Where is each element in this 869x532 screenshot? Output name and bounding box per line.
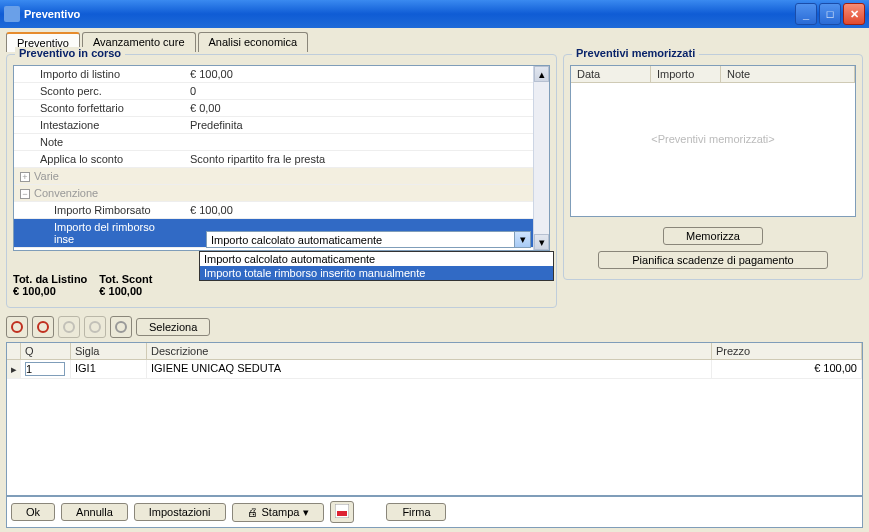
tot-scont-value: € 100,00: [99, 285, 152, 297]
row-pointer-icon: ▸: [7, 360, 21, 378]
col-q[interactable]: Q: [21, 343, 71, 359]
col-sigla[interactable]: Sigla: [71, 343, 147, 359]
row-rimborsato-label: Importo Rimborsato: [14, 202, 184, 218]
target-grey-2-button[interactable]: [84, 316, 106, 338]
quote-group-title: Preventivo in corso: [15, 47, 125, 59]
annulla-button[interactable]: Annulla: [61, 503, 128, 521]
collapse-conv-icon[interactable]: −: [20, 189, 30, 199]
chevron-down-icon: ▾: [303, 506, 309, 519]
pdf-button[interactable]: [330, 501, 354, 523]
row-selector-header: [7, 343, 21, 359]
rimborso-dropdown[interactable]: Importo calcolato automaticamente Import…: [199, 251, 554, 281]
property-list: Importo di listino€ 100,00 Sconto perc.0…: [13, 65, 550, 251]
saved-col-note[interactable]: Note: [721, 66, 855, 82]
row-intest-label: Intestazione: [14, 117, 184, 133]
app-icon: [4, 6, 20, 22]
pianifica-button[interactable]: Pianifica scadenze di pagamento: [598, 251, 828, 269]
pdf-icon: [335, 504, 349, 518]
table-row[interactable]: ▸ IGI1 IGIENE UNICAQ SEDUTA € 100,00: [7, 360, 862, 379]
col-prezzo[interactable]: Prezzo: [712, 343, 862, 359]
row-note-label: Note: [14, 134, 184, 150]
memorizza-button[interactable]: Memorizza: [663, 227, 763, 245]
footer-bar: Ok Annulla Impostazioni 🖨 Stampa ▾ Firma: [6, 496, 863, 528]
printer-icon: 🖨: [247, 506, 258, 518]
expand-varie-icon[interactable]: +: [20, 172, 30, 182]
scroll-down-icon[interactable]: ▾: [534, 234, 549, 250]
rimborso-combo[interactable]: Importo calcolato automaticamente ▾: [206, 231, 531, 248]
row-applica-value[interactable]: Sconto ripartito fra le presta: [184, 151, 549, 167]
q-input[interactable]: [25, 362, 65, 376]
row-rimborsoins-label: Importo del rimborso inse: [14, 219, 184, 247]
impostazioni-button[interactable]: Impostazioni: [134, 503, 226, 521]
row-listino-value[interactable]: € 100,00: [184, 66, 549, 82]
quote-in-progress-group: Preventivo in corso Importo di listino€ …: [6, 54, 557, 308]
saved-placeholder: <Preventivi memorizzati>: [571, 83, 855, 145]
row-toolbar: Seleziona: [6, 316, 863, 338]
saved-grid[interactable]: Data Importo Note <Preventivi memorizzat…: [570, 65, 856, 217]
col-descrizione[interactable]: Descrizione: [147, 343, 712, 359]
saved-quotes-title: Preventivi memorizzati: [572, 47, 699, 59]
row-scontoperc-value[interactable]: 0: [184, 83, 549, 99]
dropdown-opt-auto[interactable]: Importo calcolato automaticamente: [200, 252, 553, 266]
cell-sigla[interactable]: IGI1: [71, 360, 147, 378]
row-scontoperc-label: Sconto perc.: [14, 83, 184, 99]
row-scontoforf-label: Sconto forfettario: [14, 100, 184, 116]
row-applica-label: Applica lo sconto: [14, 151, 184, 167]
firma-button[interactable]: Firma: [386, 503, 446, 521]
scrollbar[interactable]: ▴ ▾: [533, 66, 549, 250]
minimize-button[interactable]: _: [795, 3, 817, 25]
row-scontoforf-value[interactable]: € 0,00: [184, 100, 549, 116]
scroll-up-icon[interactable]: ▴: [534, 66, 549, 82]
ok-button[interactable]: Ok: [11, 503, 55, 521]
tab-analisi[interactable]: Analisi economica: [198, 32, 309, 52]
row-listino-label: Importo di listino: [14, 66, 184, 82]
row-intest-value[interactable]: Predefinita: [184, 117, 549, 133]
saved-col-importo[interactable]: Importo: [651, 66, 721, 82]
row-note-value[interactable]: [184, 134, 549, 150]
seleziona-button[interactable]: Seleziona: [136, 318, 210, 336]
group-conv-label: Convenzione: [34, 187, 98, 199]
saved-quotes-group: Preventivi memorizzati Data Importo Note…: [563, 54, 863, 280]
target-red-1-button[interactable]: [6, 316, 28, 338]
tot-listino-label: Tot. da Listino: [13, 273, 87, 285]
items-grid[interactable]: Q Sigla Descrizione Prezzo ▸ IGI1 IGIENE…: [6, 342, 863, 496]
tot-scont-label: Tot. Scont: [99, 273, 152, 285]
maximize-button[interactable]: □: [819, 3, 841, 25]
cell-descrizione[interactable]: IGIENE UNICAQ SEDUTA: [147, 360, 712, 378]
row-rimborsato-value[interactable]: € 100,00: [184, 202, 549, 218]
svg-rect-1: [337, 511, 347, 516]
title-bar: Preventivo _ □ ✕: [0, 0, 869, 28]
close-button[interactable]: ✕: [843, 3, 865, 25]
stampa-label: Stampa: [262, 506, 300, 518]
target-grey-1-button[interactable]: [58, 316, 80, 338]
tot-listino-value: € 100,00: [13, 285, 87, 297]
group-varie-label: Varie: [34, 170, 59, 182]
tab-bar: Preventivo Avanzamento cure Analisi econ…: [0, 28, 869, 52]
rimborso-combo-value: Importo calcolato automaticamente: [211, 234, 382, 246]
cell-prezzo[interactable]: € 100,00: [712, 360, 862, 378]
target-red-2-button[interactable]: [32, 316, 54, 338]
stampa-button[interactable]: 🖨 Stampa ▾: [232, 503, 325, 522]
chevron-down-icon[interactable]: ▾: [514, 232, 530, 247]
saved-col-data[interactable]: Data: [571, 66, 651, 82]
target-grey-3-button[interactable]: [110, 316, 132, 338]
dropdown-opt-manual[interactable]: Importo totale rimborso inserito manualm…: [200, 266, 553, 280]
window-title: Preventivo: [24, 8, 793, 20]
